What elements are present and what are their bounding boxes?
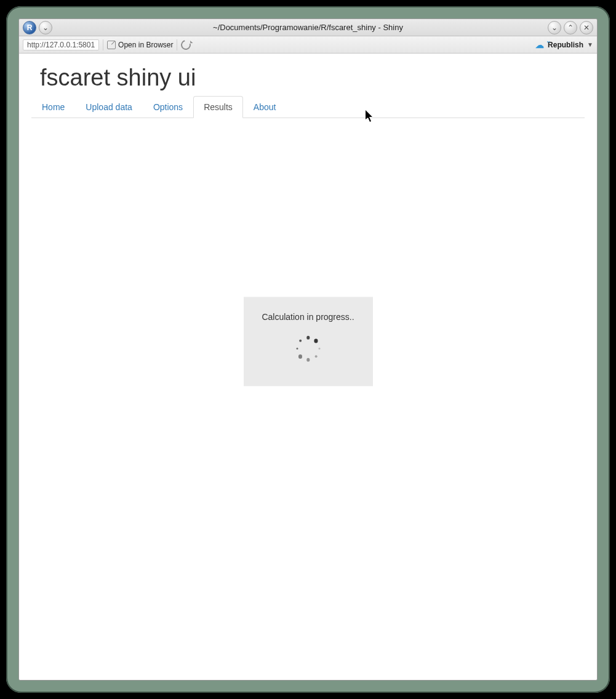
republish-label: Republish bbox=[548, 41, 583, 49]
nav-tabs: Home Upload data Options Results About bbox=[31, 96, 585, 118]
tab-label: Options bbox=[143, 96, 193, 118]
tab-label: About bbox=[243, 96, 287, 118]
open-in-browser-button[interactable]: Open in Browser bbox=[107, 41, 173, 49]
separator bbox=[177, 39, 177, 50]
tab-options[interactable]: Options bbox=[143, 96, 193, 118]
spinner-icon bbox=[294, 334, 323, 364]
progress-panel: Calculation in progress.. bbox=[244, 297, 373, 386]
close-button[interactable]: ✕ bbox=[580, 21, 593, 34]
collapse-button[interactable]: ⌄ bbox=[548, 21, 561, 34]
tab-upload-data[interactable]: Upload data bbox=[75, 96, 143, 118]
reload-icon[interactable] bbox=[180, 38, 193, 52]
tab-label: Upload data bbox=[75, 96, 143, 118]
republish-cloud-icon: ☁ bbox=[535, 40, 544, 50]
browser-toolbar: http://127.0.0.1:5801 Open in Browser ☁ … bbox=[19, 36, 597, 54]
chevron-down-icon: ▼ bbox=[587, 41, 593, 48]
desktop-frame: R ⌄ ~/Documents/Programowanie/R/fscaret_… bbox=[6, 6, 610, 693]
window-menu-button[interactable]: ⌄ bbox=[39, 21, 52, 34]
open-in-browser-label: Open in Browser bbox=[118, 41, 173, 49]
republish-button[interactable]: ☁ Republish ▼ bbox=[535, 40, 593, 50]
tab-label: Results bbox=[193, 96, 243, 118]
content-area: fscaret shiny ui Home Upload data Option… bbox=[19, 54, 597, 680]
tab-label: Home bbox=[31, 96, 75, 118]
titlebar: R ⌄ ~/Documents/Programowanie/R/fscaret_… bbox=[19, 19, 597, 36]
popout-icon bbox=[107, 41, 116, 49]
url-field[interactable]: http://127.0.0.1:5801 bbox=[23, 39, 99, 50]
separator bbox=[103, 39, 103, 50]
tab-home[interactable]: Home bbox=[31, 96, 75, 118]
window-title: ~/Documents/Programowanie/R/fscaret_shin… bbox=[19, 23, 597, 32]
page-title: fscaret shiny ui bbox=[40, 65, 597, 91]
tab-results[interactable]: Results bbox=[193, 96, 243, 118]
app-window: R ⌄ ~/Documents/Programowanie/R/fscaret_… bbox=[18, 18, 598, 681]
expand-button[interactable]: ⌃ bbox=[564, 21, 577, 34]
r-logo-icon: R bbox=[23, 21, 36, 34]
tab-about[interactable]: About bbox=[243, 96, 287, 118]
progress-message: Calculation in progress.. bbox=[262, 312, 354, 322]
